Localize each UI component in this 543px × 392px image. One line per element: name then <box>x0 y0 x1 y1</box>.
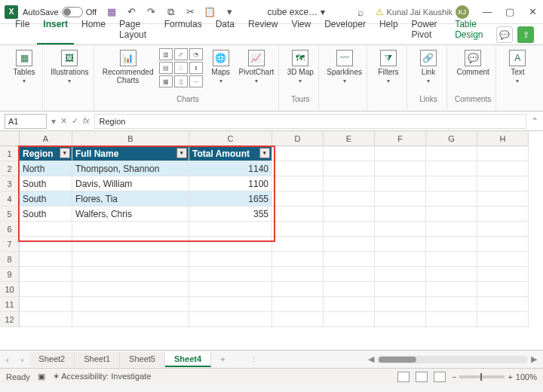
cell-H4[interactable] <box>477 191 529 207</box>
tab-data[interactable]: Data <box>210 16 241 44</box>
tab-file[interactable]: File <box>9 16 35 44</box>
namebox-dropdown-icon[interactable]: ▾ <box>51 116 56 127</box>
cell-B6[interactable] <box>72 222 189 237</box>
select-all-corner[interactable] <box>0 131 20 146</box>
tab-developer[interactable]: Developer <box>318 16 372 44</box>
cell-A11[interactable] <box>20 297 72 312</box>
tab-power-pivot[interactable]: Power Pivot <box>406 16 448 44</box>
tab-formulas[interactable]: Formulas <box>158 16 208 44</box>
sparklines-button[interactable]: 〰Sparklines▾ <box>327 48 362 84</box>
row-header-7[interactable]: 7 <box>0 237 20 252</box>
cell-D6[interactable] <box>272 222 324 237</box>
cell-E4[interactable] <box>324 191 375 207</box>
tab-view[interactable]: View <box>285 16 317 44</box>
cell-H1[interactable] <box>477 146 529 161</box>
cell-D7[interactable] <box>272 237 324 252</box>
cell-A1[interactable]: Region▾ <box>20 146 72 161</box>
cell-H3[interactable] <box>477 176 529 191</box>
cell-E2[interactable] <box>324 161 375 176</box>
col-header-E[interactable]: E <box>324 131 375 146</box>
tab-review[interactable]: Review <box>242 16 284 44</box>
recommended-charts-button[interactable]: 📊Recommended Charts <box>102 48 155 84</box>
cell-E1[interactable] <box>324 146 375 161</box>
cell-E6[interactable] <box>324 222 375 237</box>
row-header-9[interactable]: 9 <box>0 267 20 282</box>
cell-F12[interactable] <box>375 312 426 327</box>
col-header-C[interactable]: C <box>189 131 272 146</box>
cell-C7[interactable] <box>189 237 272 252</box>
cell-C4[interactable]: 1655 <box>189 191 272 207</box>
cell-H10[interactable] <box>477 282 529 297</box>
tab-home[interactable]: Home <box>75 16 112 44</box>
row-header-6[interactable]: 6 <box>0 222 20 237</box>
cell-E3[interactable] <box>324 176 375 191</box>
cell-G3[interactable] <box>426 176 477 191</box>
col-header-B[interactable]: B <box>72 131 189 146</box>
maps-button[interactable]: 🌐Maps▾ <box>207 48 235 84</box>
row-header-12[interactable]: 12 <box>0 312 20 327</box>
cell-D3[interactable] <box>272 176 324 191</box>
row-header-5[interactable]: 5 <box>0 207 20 222</box>
filter-button[interactable]: ▾ <box>176 148 187 158</box>
cell-H8[interactable] <box>477 252 529 267</box>
cell-A10[interactable] <box>20 282 72 297</box>
link-button[interactable]: 🔗Link▾ <box>415 48 442 84</box>
cell-G6[interactable] <box>426 222 477 237</box>
cell-C2[interactable]: 1140 <box>189 161 272 176</box>
cell-C11[interactable] <box>189 297 272 312</box>
cell-H11[interactable] <box>477 297 529 312</box>
add-sheet-button[interactable]: ＋ <box>211 351 235 367</box>
cell-F2[interactable] <box>375 161 426 176</box>
cell-A12[interactable] <box>20 312 72 327</box>
cell-G4[interactable] <box>426 191 477 207</box>
cell-B2[interactable]: Thompson, Shannon <box>72 161 189 176</box>
cell-D8[interactable] <box>272 252 324 267</box>
col-header-A[interactable]: A <box>20 131 72 146</box>
filter-button[interactable]: ▾ <box>60 148 70 158</box>
cell-G7[interactable] <box>426 237 477 252</box>
cell-E9[interactable] <box>324 267 375 282</box>
cell-B10[interactable] <box>72 282 189 297</box>
cell-E8[interactable] <box>324 252 375 267</box>
fx-icon[interactable]: fx <box>83 116 90 126</box>
comments-pane-button[interactable]: 💬 <box>496 26 513 43</box>
cell-A2[interactable]: North <box>20 161 72 176</box>
chart-gallery[interactable]: ▥⬀◔ ▤∴⫿ ▦▯⋯ <box>159 48 203 87</box>
col-header-G[interactable]: G <box>426 131 477 146</box>
col-header-H[interactable]: H <box>477 131 529 146</box>
row-header-2[interactable]: 2 <box>0 161 20 176</box>
cell-F9[interactable] <box>375 267 426 282</box>
cell-F6[interactable] <box>375 222 426 237</box>
cell-B4[interactable]: Flores, Tia <box>72 191 189 207</box>
tab-insert[interactable]: Insert <box>37 16 74 44</box>
cell-H5[interactable] <box>477 207 529 222</box>
cell-H6[interactable] <box>477 222 529 237</box>
cell-B11[interactable] <box>72 297 189 312</box>
pivotchart-button[interactable]: 📈PivotChart▾ <box>239 48 275 84</box>
cell-E7[interactable] <box>324 237 375 252</box>
column-headers[interactable]: ABCDEFGH <box>20 131 543 146</box>
cell-C10[interactable] <box>189 282 272 297</box>
cell-E12[interactable] <box>324 312 375 327</box>
cell-A9[interactable] <box>20 267 72 282</box>
cell-B12[interactable] <box>72 312 189 327</box>
cell-B9[interactable] <box>72 267 189 282</box>
cell-A3[interactable]: South <box>20 176 72 191</box>
comment-button[interactable]: 💬Comment <box>456 48 489 76</box>
tab-table-design[interactable]: Table Design <box>449 16 493 44</box>
zoom-control[interactable]: − + 100% <box>452 372 537 381</box>
accessibility-status[interactable]: ✶ Accessibility: Investigate <box>53 372 152 381</box>
cell-A6[interactable] <box>20 222 72 237</box>
name-box[interactable]: A1 <box>5 114 47 129</box>
cell-F10[interactable] <box>375 282 426 297</box>
cell-G12[interactable] <box>426 312 477 327</box>
pagebreak-view-button[interactable] <box>434 372 446 382</box>
horizontal-scrollbar[interactable]: ◀ ▶ <box>258 354 543 364</box>
sheet-tab-sheet2[interactable]: Sheet2 <box>29 352 75 367</box>
sheet-menu-icon[interactable]: ⋮ <box>250 354 258 364</box>
cell-F8[interactable] <box>375 252 426 267</box>
cell-B5[interactable]: Walfers, Chris <box>72 207 189 222</box>
tables-button[interactable]: ▦Tables▾ <box>11 48 38 84</box>
zoom-in-icon[interactable]: + <box>508 372 512 381</box>
cell-D2[interactable] <box>272 161 324 176</box>
